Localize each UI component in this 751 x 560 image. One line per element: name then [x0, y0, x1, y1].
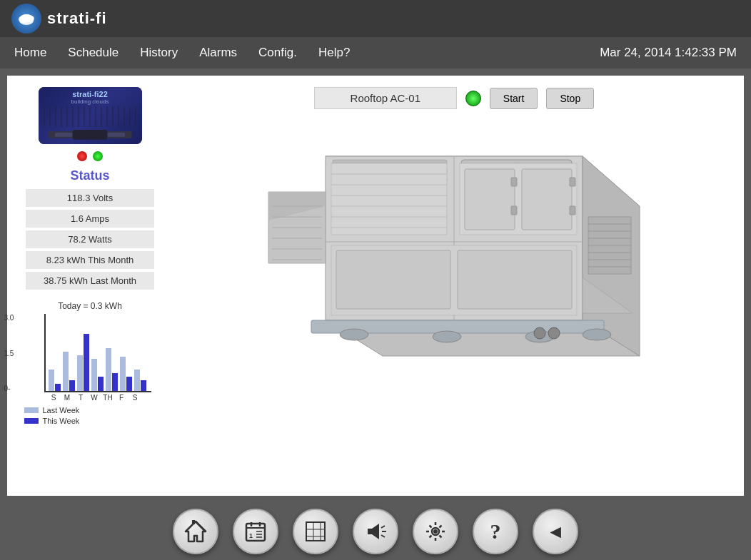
help-button[interactable]: ? — [473, 509, 518, 554]
svg-point-59 — [548, 327, 560, 339]
device-logo-text: strati-fi22 — [72, 90, 108, 98]
svg-marker-77 — [368, 524, 379, 539]
led-red — [77, 151, 87, 161]
bar-this-week — [126, 377, 132, 391]
bottom-toolbar: 1 — [7, 503, 744, 560]
legend-color-last-week — [24, 407, 39, 413]
bar-last-week — [63, 352, 69, 391]
device-control-bar: Rooftop AC-01 Start Stop — [314, 87, 594, 109]
datetime: Mar 24, 2014 1:42:33 PM — [600, 46, 737, 60]
legend-this-week: This Week — [24, 417, 156, 425]
x-label-5: F — [115, 394, 128, 402]
svg-point-54 — [340, 329, 368, 340]
history-button[interactable] — [293, 509, 338, 554]
nav-schedule[interactable]: Schedule — [68, 46, 119, 60]
svg-rect-36 — [458, 250, 572, 309]
ac-unit-image — [247, 121, 661, 363]
svg-rect-6 — [73, 130, 108, 140]
svg-rect-29 — [522, 169, 572, 230]
bar-this-week — [141, 380, 146, 391]
bar-group — [91, 359, 104, 391]
nav-help[interactable]: Help? — [318, 46, 350, 60]
chart-legend: Last Week This Week — [24, 406, 156, 425]
circuit-lines — [44, 106, 136, 127]
chart-title: Today = 0.3 kWh — [24, 301, 156, 311]
svg-line-78 — [381, 526, 385, 528]
x-label-0: S — [47, 394, 61, 402]
bar-group — [106, 348, 118, 391]
device-sub-text: building clouds — [71, 98, 109, 105]
bar-last-week — [106, 348, 111, 391]
chart-y-labels: 3.0 1.5 0- — [4, 314, 14, 392]
svg-text:1: 1 — [249, 532, 253, 539]
y-label-mid: 1.5 — [4, 350, 14, 357]
svg-point-3 — [20, 14, 33, 21]
back-button[interactable]: ◄ — [533, 509, 578, 554]
schedule-button[interactable]: 1 — [233, 509, 278, 554]
svg-point-57 — [583, 329, 611, 340]
svg-line-86 — [430, 526, 432, 528]
x-label-1: M — [61, 394, 74, 402]
x-label-4: TH — [101, 394, 115, 402]
device-name-field: Rooftop AC-01 — [314, 87, 457, 109]
device-leds — [77, 151, 103, 161]
watts-row: 78.2 Watts — [26, 230, 154, 248]
legend-last-week: Last Week — [24, 406, 156, 414]
bar-group — [49, 370, 61, 391]
status-led — [465, 91, 481, 106]
svg-rect-32 — [570, 178, 575, 186]
status-title: Status — [70, 168, 109, 183]
svg-marker-61 — [186, 521, 206, 541]
svg-line-62 — [196, 521, 206, 531]
legend-last-week-label: Last Week — [43, 406, 80, 414]
nav-alarms[interactable]: Alarms — [199, 46, 237, 60]
stop-button[interactable]: Stop — [546, 88, 594, 109]
x-label-2: T — [74, 394, 88, 402]
amps-row: 1.6 Amps — [26, 210, 154, 228]
logo-icon — [11, 4, 41, 34]
main-content: strati-fi22 building clouds Status 118.3… — [7, 76, 744, 496]
svg-rect-35 — [336, 250, 450, 309]
config-button[interactable] — [413, 509, 458, 554]
bar-group — [120, 357, 132, 391]
svg-line-87 — [440, 536, 442, 538]
volts-row: 118.3 Volts — [26, 189, 154, 207]
home-icon — [183, 519, 208, 544]
x-label-3: W — [88, 394, 101, 402]
bar-group — [134, 370, 146, 391]
x-label-6: S — [128, 394, 142, 402]
svg-rect-30 — [511, 178, 517, 186]
alarms-button[interactable] — [353, 509, 398, 554]
alarms-icon — [363, 519, 388, 544]
svg-line-80 — [381, 535, 385, 537]
svg-rect-31 — [511, 206, 517, 215]
chart-x-labels: S M T W TH F S — [24, 394, 156, 402]
svg-line-89 — [430, 536, 432, 538]
schedule-icon: 1 — [243, 519, 268, 544]
nav-history[interactable]: History — [140, 46, 178, 60]
y-label-bot: 0- — [4, 385, 14, 392]
legend-this-week-label: This Week — [43, 417, 80, 425]
bar-last-week — [77, 355, 83, 391]
svg-point-90 — [433, 529, 438, 534]
start-button[interactable]: Start — [490, 88, 538, 109]
bar-last-week — [49, 370, 54, 391]
chart-bars — [44, 314, 151, 392]
kwh-month-row: 8.23 kWh This Month — [26, 251, 154, 269]
bar-last-week — [91, 359, 97, 391]
svg-rect-33 — [570, 206, 575, 215]
nav-links: Home Schedule History Alarms Config. Hel… — [14, 46, 600, 60]
navbar: Home Schedule History Alarms Config. Hel… — [0, 37, 751, 68]
legend-color-this-week — [24, 418, 39, 424]
nav-home[interactable]: Home — [14, 46, 46, 60]
svg-rect-28 — [465, 169, 515, 230]
nav-config[interactable]: Config. — [258, 46, 297, 60]
bar-this-week — [69, 380, 75, 391]
bar-last-week — [120, 357, 126, 391]
bar-group — [63, 352, 75, 391]
chip-svg — [44, 128, 136, 141]
bar-last-week — [134, 370, 140, 391]
right-panel: Rooftop AC-01 Start Stop — [176, 87, 732, 484]
home-button[interactable] — [173, 509, 218, 554]
bar-group — [77, 334, 89, 391]
